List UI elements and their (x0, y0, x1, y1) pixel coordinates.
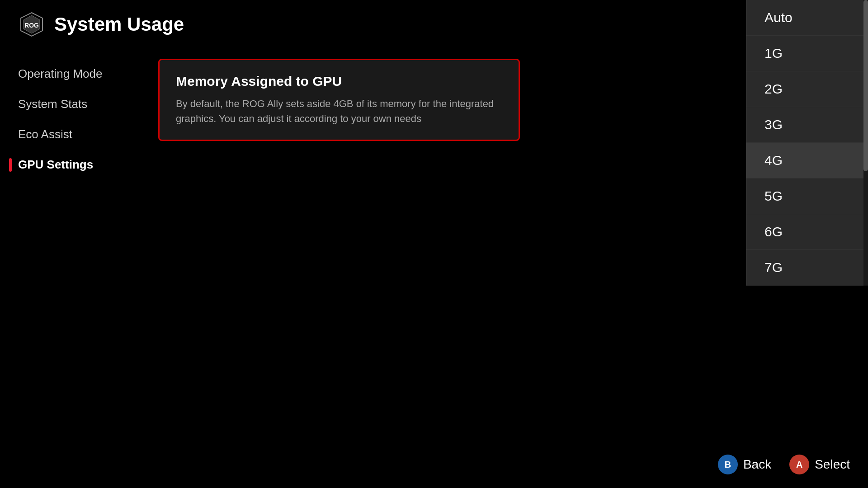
rog-logo-icon: ROG (18, 11, 45, 38)
memory-card-description: By default, the ROG Ally sets aside 4GB … (176, 96, 502, 126)
dropdown-option-5g[interactable]: 5G (746, 178, 868, 214)
sidebar-item-gpu-settings[interactable]: GPU Settings (0, 150, 140, 180)
sidebar-item-eco-assist[interactable]: Eco Assist (0, 119, 140, 150)
select-label: Select (815, 457, 850, 472)
footer-controls: B Back A Select (718, 455, 850, 474)
dropdown-option-7g[interactable]: 7G (746, 250, 868, 286)
header: ROG System Usage 98% (0, 0, 868, 49)
scrollbar-track (863, 0, 868, 286)
dropdown-option-4g[interactable]: 4G (746, 143, 868, 178)
b-button-icon: B (718, 455, 738, 474)
back-label: Back (743, 457, 771, 472)
svg-text:ROG: ROG (24, 22, 39, 29)
a-button-icon: A (789, 455, 809, 474)
memory-card: Memory Assigned to GPU By default, the R… (158, 59, 520, 141)
dropdown-option-2g[interactable]: 2G (746, 71, 868, 107)
scrollbar-thumb[interactable] (863, 0, 868, 171)
dropdown-option-auto[interactable]: Auto (746, 0, 868, 36)
select-button[interactable]: A Select (789, 455, 850, 474)
memory-card-title: Memory Assigned to GPU (176, 74, 502, 89)
sidebar-item-system-stats[interactable]: System Stats (0, 89, 140, 119)
dropdown-option-3g[interactable]: 3G (746, 107, 868, 143)
sidebar: Operating Mode System Stats Eco Assist G… (0, 50, 140, 189)
sidebar-item-operating-mode[interactable]: Operating Mode (0, 59, 140, 89)
dropdown-option-6g[interactable]: 6G (746, 214, 868, 250)
back-button[interactable]: B Back (718, 455, 771, 474)
gpu-memory-dropdown[interactable]: Auto 1G 2G 3G 4G 5G 6G 7G (746, 0, 868, 286)
main-content: Memory Assigned to GPU By default, the R… (140, 50, 741, 150)
dropdown-option-1g[interactable]: 1G (746, 36, 868, 71)
page-title: System Usage (54, 14, 184, 35)
